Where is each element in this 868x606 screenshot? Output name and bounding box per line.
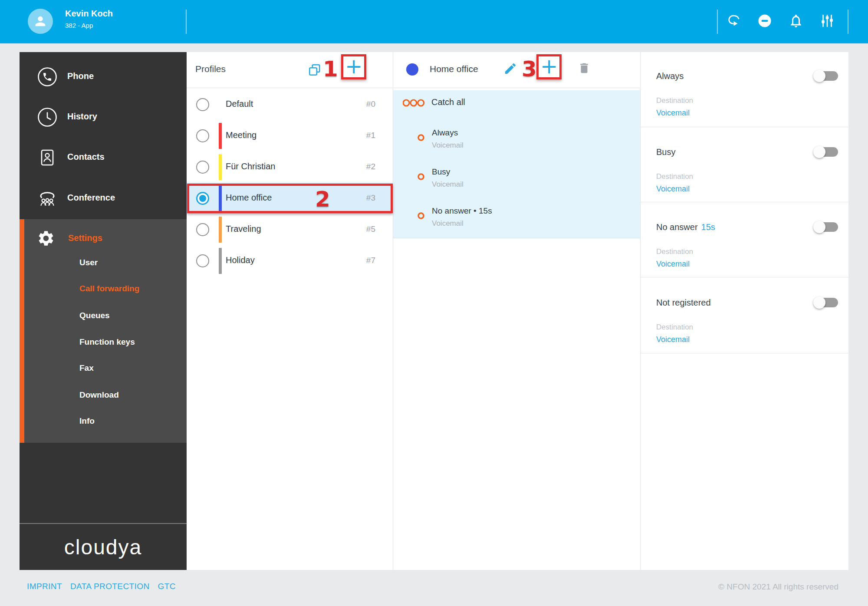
sidebar-item-function-keys[interactable]: Function keys	[79, 337, 135, 347]
profile-color-bar	[219, 248, 222, 274]
footer-link-gtc[interactable]: GTC	[158, 582, 176, 591]
profile-radio[interactable]	[196, 129, 209, 142]
sidebar-item-history[interactable]: History	[20, 97, 187, 137]
catch-all-label[interactable]: Catch all	[431, 97, 465, 107]
cloudya-app: Kevin Koch 382 - App	[0, 0, 868, 606]
sidebar-item-call-forwarding[interactable]: Call forwarding	[79, 284, 139, 293]
sidebar-settings-section: Settings User Call forwarding Queues Fun…	[20, 219, 187, 443]
contacts-icon	[37, 147, 58, 170]
rule-busy-destination: Voicemail	[432, 180, 464, 189]
profile-number: #5	[366, 224, 375, 234]
annotation-step-2-box	[187, 184, 393, 213]
profile-row-holiday[interactable]: Holiday #7	[187, 245, 393, 277]
copyright-notice: © NFON 2021 All rights reserved	[718, 582, 838, 592]
profile-label: Traveling	[226, 224, 261, 234]
sidebar: Phone History Contacts	[20, 52, 187, 570]
forwarding-title-text: Always	[656, 71, 684, 81]
gear-icon	[37, 229, 55, 249]
forwarding-not-registered-title: Not registered	[656, 298, 711, 308]
footer-link-imprint[interactable]: IMPRINT	[27, 582, 62, 591]
avatar[interactable]	[28, 9, 53, 34]
rule-no-answer[interactable]: No answer • 15s	[432, 206, 492, 216]
delete-profile-button[interactable]	[578, 62, 591, 76]
forwarding-not-registered-toggle[interactable]	[815, 298, 838, 307]
sidebar-item-info[interactable]: Info	[79, 416, 95, 426]
add-rule-button[interactable]: +	[539, 56, 559, 77]
user-icon	[33, 14, 48, 29]
forwarding-title-text: Not registered	[656, 298, 711, 307]
profile-color-dot	[406, 63, 418, 76]
sidebar-item-label: History	[67, 112, 97, 122]
profile-row-default[interactable]: Default #0	[187, 89, 393, 120]
catch-all-icon	[403, 99, 425, 109]
sliders-icon[interactable]	[819, 13, 835, 29]
topbar-divider	[848, 10, 848, 34]
sidebar-item-queues[interactable]: Queues	[79, 311, 110, 320]
forwarding-always-destination-link[interactable]: Voicemail	[656, 109, 690, 118]
section-divider	[641, 353, 848, 353]
annotation-step-1: 1	[323, 56, 338, 82]
phone-icon	[37, 66, 58, 89]
column-divider	[640, 52, 641, 570]
do-not-disturb-icon[interactable]	[757, 13, 773, 29]
profile-number: #1	[366, 131, 375, 140]
sidebar-item-phone[interactable]: Phone	[20, 57, 187, 97]
forwarding-always-toggle[interactable]	[815, 71, 838, 81]
rule-always[interactable]: Always	[432, 128, 458, 138]
profile-radio[interactable]	[196, 98, 209, 111]
profile-number: #7	[366, 256, 375, 265]
forwarding-no-answer-destination-link[interactable]: Voicemail	[656, 260, 690, 269]
profile-row-fuer-christian[interactable]: Für Christian #2	[187, 152, 393, 183]
destination-label: Destination	[656, 323, 693, 332]
copy-profile-button[interactable]	[308, 63, 322, 79]
profile-label: Default	[226, 99, 253, 109]
forward-icon[interactable]	[726, 13, 741, 29]
pencil-icon	[503, 69, 517, 77]
header-divider	[187, 88, 641, 88]
sidebar-item-conference[interactable]: Conference	[20, 178, 187, 218]
profile-radio[interactable]	[196, 254, 209, 267]
sidebar-item-label: Conference	[67, 193, 115, 203]
sidebar-item-user[interactable]: User	[79, 258, 98, 267]
forwarding-title-text: No answer	[656, 222, 698, 232]
topbar-divider	[186, 10, 187, 34]
profile-label: Holiday	[226, 255, 255, 265]
section-divider	[641, 277, 848, 277]
forwarding-busy-title: Busy	[656, 147, 675, 157]
rule-busy[interactable]: Busy	[432, 167, 450, 177]
destination-label: Destination	[656, 247, 693, 256]
footer-links: IMPRINT DATA PROTECTION GTC	[27, 582, 176, 591]
sidebar-item-label: Contacts	[67, 152, 105, 162]
profile-radio[interactable]	[196, 223, 209, 236]
main-panel: Profiles 1 + Default #0 Meeting #1	[187, 52, 848, 570]
edit-profile-button[interactable]	[503, 62, 517, 77]
destination-label: Destination	[656, 172, 693, 181]
sidebar-item-download[interactable]: Download	[79, 390, 119, 400]
profile-number: #2	[366, 162, 375, 171]
profile-color-bar	[219, 217, 222, 243]
forwarding-no-answer-time[interactable]: 15s	[701, 222, 715, 232]
profiles-title: Profiles	[195, 64, 226, 74]
profile-row-traveling[interactable]: Traveling #5	[187, 214, 393, 245]
active-section-bar	[20, 219, 24, 443]
rule-no-answer-destination: Voicemail	[432, 219, 464, 228]
add-profile-button[interactable]: +	[343, 56, 364, 77]
profile-row-meeting[interactable]: Meeting #1	[187, 120, 393, 152]
footer-link-data-protection[interactable]: DATA PROTECTION	[70, 582, 150, 591]
forwarding-always-title: Always	[656, 71, 684, 81]
sidebar-item-fax[interactable]: Fax	[79, 363, 94, 373]
profile-radio[interactable]	[196, 161, 209, 174]
sidebar-item-label: Phone	[67, 71, 94, 81]
sidebar-item-settings[interactable]: Settings	[68, 233, 102, 243]
clock-icon	[37, 107, 58, 129]
forwarding-busy-destination-link[interactable]: Voicemail	[656, 184, 690, 194]
conference-icon	[37, 188, 58, 211]
forwarding-busy-toggle[interactable]	[815, 147, 838, 157]
forwarding-no-answer-toggle[interactable]	[815, 222, 838, 232]
sidebar-item-contacts[interactable]: Contacts	[20, 138, 187, 178]
profile-color-bar	[219, 123, 222, 149]
bell-icon[interactable]	[788, 13, 804, 29]
rule-circle-icon	[417, 212, 425, 221]
destination-label: Destination	[656, 96, 693, 105]
forwarding-not-registered-destination-link[interactable]: Voicemail	[656, 335, 690, 344]
